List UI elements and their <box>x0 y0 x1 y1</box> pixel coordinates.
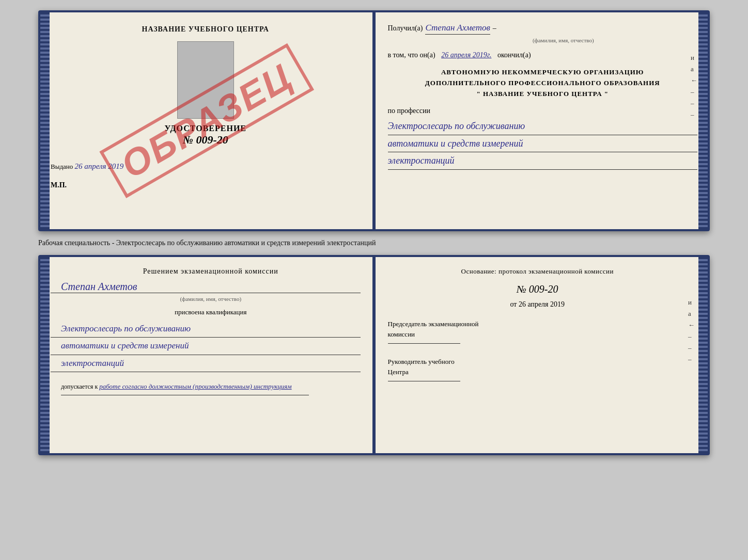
profession-block: по профессии Электрослесарь по обслужива… <box>388 107 698 169</box>
profession-label: по профессии <box>388 107 698 115</box>
chairman-label: Председатель экзаменационной комиссии <box>388 319 688 339</box>
specialty-text-content: Рабочая специальность - Электрослесарь п… <box>38 239 376 247</box>
qual-right-page: Основание: протокол экзаменационной коми… <box>375 257 708 453</box>
mp-label: М.П. <box>51 181 361 189</box>
cert-number: № 009-20 <box>51 133 361 147</box>
org-line3: " НАЗВАНИЕ УЧЕБНОГО ЦЕНТРА " <box>388 89 698 100</box>
rukovoditel-signature-line <box>388 381 460 381</box>
qual-left-page: Решением экзаменационной комиссии Степан… <box>40 257 375 453</box>
certificate-book: НАЗВАНИЕ УЧЕБНОГО ЦЕНТРА УДОСТОВЕРЕНИЕ №… <box>38 10 710 231</box>
org-block: АВТОНОМНУЮ НЕКОММЕРЧЕСКУЮ ОРГАНИЗАЦИЮ ДО… <box>388 67 698 99</box>
rukovoditel-line2: Центра <box>388 368 409 376</box>
qualification-book: Решением экзаменационной комиссии Степан… <box>38 255 710 455</box>
dopuskaetsya-label: допускается к <box>61 383 98 390</box>
chairman-block: Председатель экзаменационной комиссии <box>388 319 698 344</box>
vydano-line: Выдано 26 апреля 2019 <box>51 162 361 171</box>
udost-text: УДОСТОВЕРЕНИЕ <box>51 124 361 133</box>
org-line1: АВТОНОМНУЮ НЕКОММЕРЧЕСКУЮ ОРГАНИЗАЦИЮ <box>388 67 698 78</box>
qual-line2: автоматики и средств измерений <box>51 338 361 355</box>
profession-line1: Электрослесарь по обслуживанию <box>388 118 698 135</box>
vtom-label: в том, что он(а) <box>388 51 435 59</box>
chairman-signature-line <box>388 343 460 344</box>
vtom-line: в том, что он(а) 26 апреля 2019г. окончи… <box>388 51 698 59</box>
profession-line2: автоматики и средств измерений <box>388 135 698 152</box>
chairman-line2: комиссии <box>388 330 415 338</box>
cert-right-page: Получил(а) Степан Ахметов – (фамилия, им… <box>375 12 708 229</box>
fio-note: (фамилия, имя, отчество) <box>429 37 698 43</box>
qual-line1: Электрослесарь по обслуживанию <box>51 321 361 338</box>
dash1: – <box>493 24 496 33</box>
okonchill-label: окончил(а) <box>497 51 531 59</box>
right-deco: и а ← – – – <box>691 54 697 119</box>
udost-block: УДОСТОВЕРЕНИЕ № 009-20 <box>51 124 361 147</box>
photo-placeholder <box>177 41 234 119</box>
dop-text: работе согласно должностным (производств… <box>99 382 291 390</box>
right-deco2: и а ← – – – <box>688 298 695 363</box>
chairman-line1: Председатель экзаменационной <box>388 320 479 328</box>
poluchil-label: Получил(а) <box>388 24 423 33</box>
cert-center-title: НАЗВАНИЕ УЧЕБНОГО ЦЕНТРА <box>51 25 361 34</box>
received-line: Получил(а) Степан Ахметов – <box>388 23 698 35</box>
rukovoditel-label: Руководитель учебного Центра <box>388 357 688 377</box>
specialty-text: Рабочая специальность - Электрослесарь п… <box>38 236 710 250</box>
profession-line3: электростанций <box>388 152 698 169</box>
protocol-number: № 009-20 <box>388 283 698 295</box>
protocol-date: от 26 апреля 2019 <box>388 300 698 309</box>
vydano-date: 26 апреля 2019 <box>75 162 124 170</box>
decision-text: Решением экзаменационной комиссии <box>51 267 361 276</box>
ot-label: от <box>510 300 517 308</box>
vydano-label: Выдано <box>51 163 73 170</box>
recipient-fio: Степан Ахметов <box>425 23 490 35</box>
qual-line3: электростанций <box>51 355 361 372</box>
rukovoditel-block: Руководитель учебного Центра <box>388 357 698 381</box>
protocol-date-value: 26 апреля 2019 <box>519 300 565 308</box>
document-area: НАЗВАНИЕ УЧЕБНОГО ЦЕНТРА УДОСТОВЕРЕНИЕ №… <box>10 10 738 466</box>
vtom-date: 26 апреля 2019г. <box>441 51 491 59</box>
osnov-text: Основание: протокол экзаменационной коми… <box>388 267 698 276</box>
dopuskaetsya-block: допускается к работе согласно должностны… <box>51 382 361 391</box>
qual-fio: Степан Ахметов <box>51 281 361 293</box>
qual-fio-note: (фамилия, имя, отчество) <box>51 296 361 302</box>
rukovoditel-line1: Руководитель учебного <box>388 358 455 365</box>
cert-left-page: НАЗВАНИЕ УЧЕБНОГО ЦЕНТРА УДОСТОВЕРЕНИЕ №… <box>40 12 375 229</box>
prisvoena-text: присвоена квалификация <box>51 308 361 316</box>
org-line2: ДОПОЛНИТЕЛЬНОГО ПРОФЕССИОНАЛЬНОГО ОБРАЗО… <box>388 78 698 89</box>
